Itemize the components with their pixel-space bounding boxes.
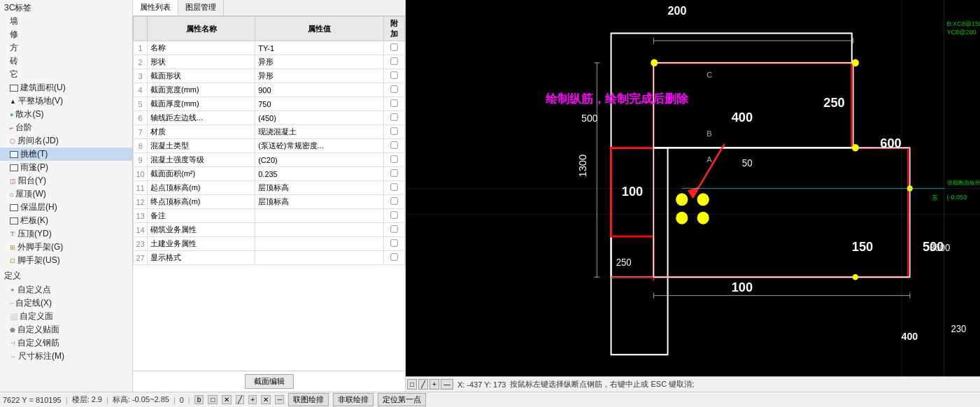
prop-checkbox-cell[interactable]: [384, 181, 405, 195]
pos-button[interactable]: 定位第一点: [378, 393, 426, 406]
prop-value[interactable]: 900: [255, 83, 384, 97]
sidebar-item-platform[interactable]: ⌐ 台阶: [0, 121, 132, 134]
table-row[interactable]: 13 备注: [134, 209, 405, 223]
prop-checkbox-cell[interactable]: [384, 195, 405, 209]
prop-value[interactable]: 异形: [255, 69, 384, 83]
lhp-button[interactable]: 联图绘排: [288, 393, 329, 406]
table-row[interactable]: 5 截面厚度(mm) 750: [134, 97, 405, 111]
prop-value[interactable]: 异形: [255, 55, 384, 69]
prop-value[interactable]: 层顶标高: [255, 181, 384, 195]
sidebar-item-custom-paste[interactable]: ⬟ 自定义贴面: [0, 323, 132, 336]
prop-checkbox[interactable]: [390, 197, 397, 204]
sidebar-item-balcony[interactable]: ◫ 阳台(Y): [0, 174, 132, 187]
prop-checkbox[interactable]: [390, 141, 397, 148]
prop-checkbox-cell[interactable]: [384, 153, 405, 167]
prop-value[interactable]: 0.235: [255, 167, 384, 181]
table-row[interactable]: 27 显示格式: [134, 251, 405, 265]
prop-checkbox[interactable]: [390, 127, 397, 134]
table-row[interactable]: 10 截面面积(m²) 0.235: [134, 167, 405, 181]
sidebar-item-custom-line[interactable]: ╌ 自定线(X): [0, 297, 132, 310]
prop-value[interactable]: [255, 237, 384, 251]
cad-tool-btn3[interactable]: +: [429, 379, 439, 390]
section-edit-button[interactable]: 截面编辑: [245, 374, 294, 389]
sidebar-item-manual-scaffold[interactable]: ⊡ 脚手架(US): [0, 254, 132, 267]
prop-checkbox[interactable]: [390, 99, 397, 106]
prop-checkbox-cell[interactable]: [384, 251, 405, 265]
tool-icon7[interactable]: ─: [275, 395, 284, 404]
prop-checkbox-cell[interactable]: [384, 223, 405, 237]
sidebar-item-custom-dim[interactable]: ↔ 尺寸标注(M): [0, 350, 132, 363]
prop-value[interactable]: (C20): [255, 153, 384, 167]
tab-layers[interactable]: 图层管理: [178, 0, 224, 15]
prop-value[interactable]: 层顶标高: [255, 195, 384, 209]
sidebar-item-floor[interactable]: 砖: [0, 55, 132, 68]
prop-checkbox[interactable]: [390, 71, 397, 78]
prop-checkbox-cell[interactable]: [384, 55, 405, 69]
prop-checkbox-cell[interactable]: [384, 83, 405, 97]
cad-area[interactable]: A B C B:XC8@150 YC8@200 (-0.050 东 200 25…: [406, 0, 980, 392]
sidebar-item-railing[interactable]: 栏板(K): [0, 214, 132, 227]
prop-checkbox-cell[interactable]: [384, 237, 405, 251]
prop-checkbox-cell[interactable]: [384, 125, 405, 139]
prop-value[interactable]: 750: [255, 97, 384, 111]
sidebar-item-3dlabel[interactable]: 3C标签: [0, 1, 132, 15]
sidebar-item-flat-land[interactable]: ▲ 平整场地(V): [0, 94, 132, 108]
sidebar-item-ceiling[interactable]: ⊤ 压顶(YD): [0, 227, 132, 241]
sidebar-item-wall[interactable]: 墙: [0, 15, 132, 28]
prop-value[interactable]: (泵送砼)常规密度...: [255, 139, 384, 153]
tool-icon6[interactable]: ✕: [261, 395, 271, 404]
tool-icon3[interactable]: ✕: [222, 395, 232, 404]
sidebar-item-fang[interactable]: 方: [0, 41, 132, 55]
sidebar-item-custom-point[interactable]: ✦ 自定义点: [0, 283, 132, 297]
table-row[interactable]: 7 材质 现浇混凝土: [134, 125, 405, 139]
sidebar-item-custom-rebar[interactable]: ⊣ 自定义钢筋: [0, 336, 132, 350]
table-row[interactable]: 12 终点顶标高(m) 层顶标高: [134, 195, 405, 209]
tab-properties[interactable]: 属性列表: [133, 0, 178, 15]
prop-checkbox-cell[interactable]: [384, 41, 405, 55]
table-row[interactable]: 9 混凝土强度等级 (C20): [134, 153, 405, 167]
table-row[interactable]: 3 截面形状 异形: [134, 69, 405, 83]
prop-checkbox[interactable]: [390, 155, 397, 162]
sidebar-item-roof[interactable]: ⌂ 屋顶(W): [0, 187, 132, 201]
sidebar-item-stairs[interactable]: 挑檐(T): [0, 148, 132, 161]
fjhp-button[interactable]: 非联绘排: [333, 393, 374, 406]
cad-tool-btn4[interactable]: ―: [441, 379, 453, 390]
table-row[interactable]: 23 土建业务属性: [134, 237, 405, 251]
prop-checkbox-cell[interactable]: [384, 167, 405, 181]
sidebar-item-scatter[interactable]: ● 散水(S): [0, 108, 132, 121]
tool-icon1[interactable]: b: [194, 395, 204, 404]
table-row[interactable]: 6 轴线距左边线... (450): [134, 111, 405, 125]
table-row[interactable]: 8 混凝土类型 (泵送砼)常规密度...: [134, 139, 405, 153]
prop-checkbox-cell[interactable]: [384, 97, 405, 111]
prop-checkbox[interactable]: [390, 85, 397, 92]
sidebar-item-building-area[interactable]: 建筑面积(U): [0, 81, 132, 94]
sidebar-item-canopy[interactable]: 雨篷(P): [0, 161, 132, 174]
prop-value[interactable]: [255, 251, 384, 265]
prop-checkbox[interactable]: [390, 57, 397, 64]
cad-tool-btn1[interactable]: □: [407, 379, 417, 390]
sidebar-item-custom-face[interactable]: ⬜ 自定义面: [0, 310, 132, 323]
cad-tool-btn2[interactable]: ╱: [418, 379, 428, 390]
table-row[interactable]: 4 截面宽度(mm) 900: [134, 83, 405, 97]
prop-checkbox[interactable]: [390, 183, 397, 190]
prop-checkbox[interactable]: [390, 43, 397, 50]
sidebar-item-other[interactable]: 它: [0, 68, 132, 81]
prop-checkbox-cell[interactable]: [384, 209, 405, 223]
prop-checkbox[interactable]: [390, 113, 397, 120]
prop-checkbox[interactable]: [390, 211, 397, 218]
sidebar-item-repair[interactable]: 修: [0, 28, 132, 41]
prop-checkbox-cell[interactable]: [384, 139, 405, 153]
prop-checkbox-cell[interactable]: [384, 111, 405, 125]
prop-value[interactable]: [255, 209, 384, 223]
sidebar-item-insulation[interactable]: 保温层(H): [0, 201, 132, 214]
prop-checkbox[interactable]: [390, 225, 397, 232]
table-row[interactable]: 1 名称 TY-1: [134, 41, 405, 55]
prop-checkbox[interactable]: [390, 239, 397, 246]
prop-value[interactable]: (450): [255, 111, 384, 125]
prop-value[interactable]: 现浇混凝土: [255, 125, 384, 139]
table-row[interactable]: 11 起点顶标高(m) 层顶标高: [134, 181, 405, 195]
prop-checkbox[interactable]: [390, 253, 397, 260]
prop-value[interactable]: TY-1: [255, 41, 384, 55]
prop-checkbox-cell[interactable]: [384, 69, 405, 83]
tool-icon5[interactable]: +: [248, 395, 257, 404]
